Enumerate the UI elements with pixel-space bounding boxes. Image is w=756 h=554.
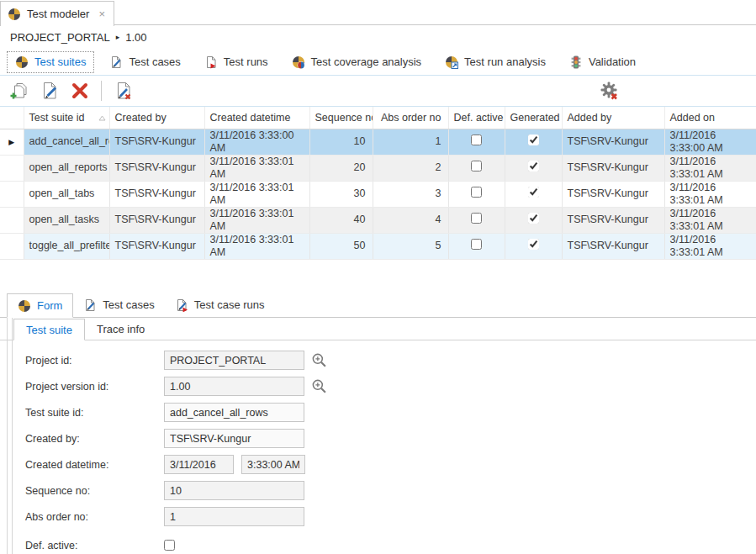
breadcrumb-project[interactable]: PROJECT_PORTAL: [10, 31, 110, 44]
cell-test-suite-id[interactable]: add_cancel_all_ro: [24, 129, 109, 155]
tab-test-run-analysis[interactable]: Test run analysis: [436, 51, 554, 73]
cell-added-on[interactable]: 3/11/2016 3:33:01 AM: [664, 207, 756, 233]
project-id-lookup-button[interactable]: [311, 352, 327, 368]
add-record-button[interactable]: [7, 79, 32, 103]
cell-created-datetime[interactable]: 3/11/2016 3:33:01 AM: [204, 207, 309, 233]
col-header-def-active[interactable]: Def. active: [448, 107, 505, 129]
col-header-sequence-no[interactable]: Sequence no: [309, 107, 373, 129]
abs-order-no-field[interactable]: [164, 507, 304, 526]
close-tab-icon[interactable]: ×: [98, 8, 105, 20]
table-row[interactable]: open_all_tabs TSF\SRV-Kungur 3/11/2016 3…: [0, 181, 756, 207]
cell-created-by[interactable]: TSF\SRV-Kungur: [109, 233, 204, 259]
created-time-field[interactable]: [241, 455, 305, 474]
generated-checkbox[interactable]: [528, 239, 539, 250]
sequence-no-field[interactable]: [164, 481, 304, 500]
cell-abs-order-no[interactable]: 4: [373, 207, 448, 233]
cell-created-by[interactable]: TSF\SRV-Kungur: [109, 207, 204, 233]
traffic-light-icon: [569, 55, 583, 69]
cell-abs-order-no[interactable]: 5: [373, 233, 448, 259]
selected-row-arrow-icon: ▶: [8, 138, 14, 146]
cell-generated: [505, 233, 562, 259]
row-indicator-header: [0, 107, 24, 129]
col-header-test-suite-id[interactable]: Test suite id: [24, 107, 109, 129]
check-record-button[interactable]: [110, 79, 135, 103]
def-active-checkbox[interactable]: [471, 239, 482, 250]
tab-test-suites[interactable]: Test suites: [7, 51, 94, 73]
cell-test-suite-id[interactable]: open_all_tasks: [24, 207, 109, 233]
cell-sequence-no[interactable]: 30: [309, 181, 373, 207]
main-tab-bar: Test suites Test cases Test runs Test co…: [0, 49, 756, 76]
cell-created-datetime[interactable]: 3/11/2016 3:33:01 AM: [204, 233, 309, 259]
cell-sequence-no[interactable]: 10: [309, 129, 373, 155]
col-header-created-datetime[interactable]: Created datetime: [204, 107, 309, 129]
tab-trace-info[interactable]: Trace info: [85, 318, 156, 340]
created-by-field[interactable]: [164, 429, 304, 448]
edit-record-button[interactable]: [37, 79, 62, 103]
def-active-checkbox[interactable]: [471, 161, 482, 171]
col-header-added-on[interactable]: Added on: [664, 107, 756, 129]
table-row[interactable]: toggle_all_prefilte TSF\SRV-Kungur 3/11/…: [0, 233, 756, 259]
cell-added-by[interactable]: TSF\SRV-Kungur: [562, 155, 664, 181]
cell-sequence-no[interactable]: 20: [309, 155, 373, 181]
document-tab-test-modeler[interactable]: Test modeler ×: [0, 1, 114, 26]
project-version-id-lookup-button[interactable]: [311, 378, 327, 394]
cell-created-by[interactable]: TSF\SRV-Kungur: [109, 181, 204, 207]
created-date-field[interactable]: [164, 455, 234, 474]
cell-test-suite-id[interactable]: open_all_tabs: [24, 181, 109, 207]
tab-test-cases[interactable]: Test cases: [101, 51, 188, 73]
col-header-abs-order-no[interactable]: Abs order no: [373, 107, 448, 129]
cell-sequence-no[interactable]: 50: [309, 233, 373, 259]
form-row-def-active: Def. active:: [25, 536, 756, 554]
generated-checkbox[interactable]: [528, 135, 539, 145]
breadcrumb-version[interactable]: 1.00: [125, 31, 146, 44]
table-row[interactable]: ▶ add_cancel_all_ro TSF\SRV-Kungur 3/11/…: [0, 129, 756, 155]
table-row[interactable]: open_all_reports TSF\SRV-Kungur 3/11/201…: [0, 155, 756, 181]
form-row-sequence-no: Sequence no:: [25, 481, 756, 500]
delete-record-button[interactable]: [67, 79, 93, 103]
col-header-added-by[interactable]: Added by: [562, 107, 664, 129]
tab-test-cases-detail[interactable]: Test cases: [73, 293, 164, 317]
cell-created-datetime[interactable]: 3/11/2016 3:33:00 AM: [204, 129, 309, 155]
cell-created-by[interactable]: TSF\SRV-Kungur: [109, 155, 204, 181]
cell-abs-order-no[interactable]: 1: [373, 129, 448, 155]
cell-added-on[interactable]: 3/11/2016 3:33:00 AM: [664, 129, 756, 155]
settings-disabled-button[interactable]: [597, 79, 622, 103]
generated-checkbox[interactable]: [528, 213, 539, 224]
cell-abs-order-no[interactable]: 2: [373, 155, 448, 181]
col-header-label: Generated: [510, 112, 560, 124]
tab-form[interactable]: Form: [7, 293, 73, 318]
tab-test-suite[interactable]: Test suite: [13, 319, 85, 340]
def-active-checkbox[interactable]: [471, 187, 482, 198]
tab-validation[interactable]: Validation: [561, 51, 644, 73]
cell-added-on[interactable]: 3/11/2016 3:33:01 AM: [664, 181, 756, 207]
project-version-id-field[interactable]: [164, 377, 304, 396]
test-suite-id-field[interactable]: [164, 403, 304, 422]
table-row[interactable]: open_all_tasks TSF\SRV-Kungur 3/11/2016 …: [0, 207, 756, 233]
cell-added-on[interactable]: 3/11/2016 3:33:01 AM: [664, 233, 756, 259]
def-active-checkbox[interactable]: [471, 135, 482, 145]
def-active-checkbox[interactable]: [471, 213, 482, 224]
generated-checkbox[interactable]: [528, 161, 539, 171]
def-active-form-checkbox[interactable]: [164, 540, 175, 551]
col-header-label: Test suite id: [29, 112, 85, 124]
project-id-field[interactable]: [164, 351, 304, 370]
cell-test-suite-id[interactable]: toggle_all_prefilte: [24, 233, 109, 259]
cell-added-by[interactable]: TSF\SRV-Kungur: [562, 129, 664, 155]
generated-checkbox[interactable]: [528, 187, 539, 198]
cell-created-datetime[interactable]: 3/11/2016 3:33:01 AM: [204, 181, 309, 207]
tab-test-coverage-analysis[interactable]: Test coverage analysis: [283, 51, 431, 73]
cell-created-datetime[interactable]: 3/11/2016 3:33:01 AM: [204, 155, 309, 181]
tab-test-case-runs[interactable]: Test case runs: [165, 293, 275, 317]
col-header-generated[interactable]: Generated: [505, 107, 562, 129]
cell-test-suite-id[interactable]: open_all_reports: [24, 155, 109, 181]
cell-abs-order-no[interactable]: 3: [373, 181, 448, 207]
cell-added-by[interactable]: TSF\SRV-Kungur: [562, 181, 664, 207]
magnifier-plus-icon: [311, 378, 327, 394]
cell-sequence-no[interactable]: 40: [309, 207, 373, 233]
cell-added-by[interactable]: TSF\SRV-Kungur: [562, 233, 664, 259]
col-header-created-by[interactable]: Created by: [109, 107, 204, 129]
tab-test-runs[interactable]: Test runs: [196, 51, 277, 73]
cell-created-by[interactable]: TSF\SRV-Kungur: [109, 129, 204, 155]
cell-added-on[interactable]: 3/11/2016 3:33:01 AM: [664, 155, 756, 181]
cell-added-by[interactable]: TSF\SRV-Kungur: [562, 207, 664, 233]
